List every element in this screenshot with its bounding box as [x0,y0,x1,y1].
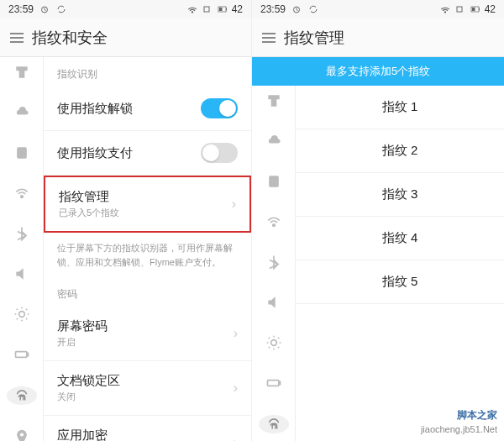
svg-rect-5 [219,8,223,11]
sound-icon[interactable] [264,294,284,311]
fingerprint-icon[interactable] [259,415,289,433]
status-time: 23:59 [8,3,34,15]
svg-rect-4 [226,8,227,11]
section-password-label: 密码 [44,277,251,307]
watermark-brand: 脚本之家 [457,408,497,423]
battery-settings-icon[interactable] [12,346,32,363]
header: 指纹管理 [252,18,504,57]
sim-icon[interactable] [12,144,32,161]
battery-settings-icon[interactable] [264,375,284,391]
watermark-url: jiaocheng.jb51.Net [421,424,497,434]
wifi-icon [439,3,451,15]
svg-rect-9 [15,352,26,358]
fingerprint-description: 位于屏幕下方的指纹识别器，可用作屏幕解锁、应用和文档解锁、Flyme账户支付。 [44,233,251,277]
svg-point-8 [18,312,24,318]
svg-point-1 [192,12,192,13]
chevron-right-icon: › [234,435,238,441]
menu-icon[interactable] [262,33,276,43]
battery-icon [217,3,228,15]
fingerprint-item[interactable]: 指纹 3 [296,173,504,217]
row-fingerprint-manage[interactable]: 指纹管理 已录入5个指纹 › [44,176,251,233]
refresh-icon [307,3,319,15]
doc-lock-title: 文档锁定区 [57,373,120,389]
cloud-icon[interactable] [264,133,284,150]
statusbar: 23:59 42 [252,0,504,18]
pay-label: 使用指纹支付 [57,145,133,161]
wifi-icon [186,3,198,15]
page-title: 指纹和安全 [32,28,108,48]
wifi-settings-icon[interactable] [264,213,284,230]
svg-rect-21 [479,8,480,11]
fingerprint-item[interactable]: 指纹 5 [296,260,504,304]
location-icon[interactable] [12,428,32,441]
content: 指纹识别 使用指纹解锁 使用指纹支付 指纹管理 已录入5个指纹 › 位于屏幕下方 [44,57,251,441]
battery-percent: 42 [232,3,243,15]
svg-rect-26 [267,381,278,386]
manage-title: 指纹管理 [59,189,119,205]
sim-icon[interactable] [264,173,284,190]
bluetooth-icon[interactable] [264,254,284,270]
statusbar: 23:59 42 [0,0,251,18]
svg-rect-2 [204,7,209,12]
personalize-icon[interactable] [12,64,32,81]
battery-percent: 42 [485,3,496,15]
fingerprint-item[interactable]: 指纹 4 [296,217,504,260]
svg-point-18 [444,12,445,13]
svg-point-7 [20,196,23,198]
chevron-right-icon: › [232,197,236,212]
unlock-label: 使用指纹解锁 [57,101,133,117]
page-title: 指纹管理 [284,28,344,48]
svg-rect-23 [269,176,279,186]
fingerprint-item[interactable]: 指纹 2 [296,129,504,173]
fingerprint-item[interactable]: 指纹 1 [296,86,504,129]
sound-icon[interactable] [12,265,32,282]
battery-icon [470,3,481,15]
signal-icon [454,3,466,15]
svg-point-25 [270,340,276,346]
app-enc-title: 应用加密 [57,428,108,441]
section-fingerprint-label: 指纹识别 [44,57,251,87]
row-fingerprint-unlock[interactable]: 使用指纹解锁 [44,87,251,131]
status-time: 23:59 [260,3,286,15]
screen-pwd-sub: 开启 [57,336,108,349]
max-fingerprint-banner: 最多支持添加5个指纹 [252,57,504,86]
svg-rect-22 [472,8,475,11]
screen-fingerprint-manage: 23:59 42 [252,0,504,441]
svg-point-24 [272,224,275,227]
bluetooth-icon[interactable] [12,225,32,242]
svg-rect-10 [26,353,28,355]
svg-rect-6 [17,147,27,158]
alarm-icon [39,3,50,15]
svg-rect-27 [278,381,280,384]
sidebar [252,86,296,441]
brightness-icon[interactable] [264,334,284,351]
row-doc-lock[interactable]: 文档锁定区 关闭 › [44,361,251,416]
personalize-icon[interactable] [264,92,284,109]
screen-fingerprint-security: 23:59 42 [0,0,252,441]
signal-icon [202,3,213,15]
brightness-icon[interactable] [12,306,32,323]
alarm-icon [291,3,302,15]
screen-pwd-title: 屏幕密码 [57,318,108,334]
svg-point-11 [19,433,23,436]
wifi-settings-icon[interactable] [12,185,32,202]
cloud-icon[interactable] [12,104,32,121]
fingerprint-list: 指纹 1 指纹 2 指纹 3 指纹 4 指纹 5 [296,86,504,441]
sidebar [0,57,44,441]
svg-rect-19 [457,7,462,12]
unlock-toggle[interactable] [201,98,238,118]
chevron-right-icon: › [234,326,238,341]
row-app-encryption[interactable]: 应用加密 关闭 › [44,416,251,441]
pay-toggle[interactable] [201,143,238,163]
refresh-icon [55,3,67,15]
row-fingerprint-pay[interactable]: 使用指纹支付 [44,131,251,176]
fingerprint-icon[interactable] [7,386,37,405]
header: 指纹和安全 [0,18,251,57]
menu-icon[interactable] [10,33,24,43]
doc-lock-sub: 关闭 [57,391,120,403]
row-screen-password[interactable]: 屏幕密码 开启 › [44,307,251,361]
chevron-right-icon: › [234,381,238,396]
manage-sub: 已录入5个指纹 [59,207,119,219]
